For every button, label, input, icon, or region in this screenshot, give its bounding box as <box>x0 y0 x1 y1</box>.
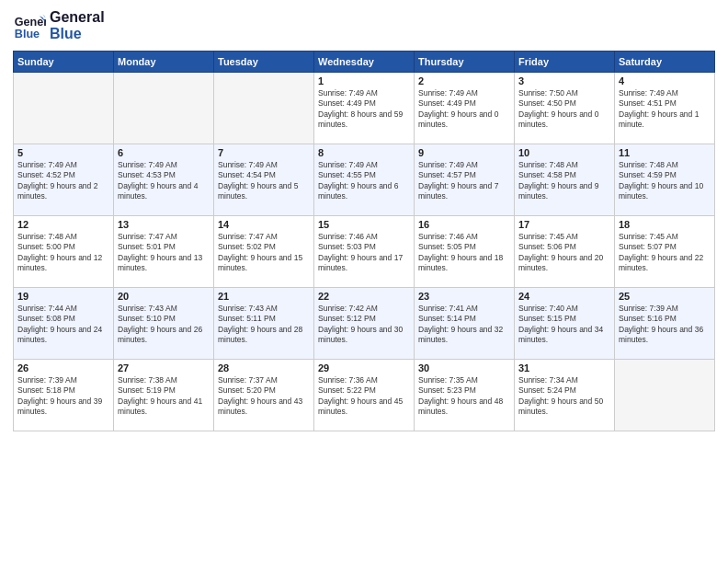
day-number: 5 <box>17 147 109 158</box>
calendar-cell: 15Sunrise: 7:46 AMSunset: 5:03 PMDayligh… <box>314 215 415 287</box>
col-header-sunday: Sunday <box>14 51 114 72</box>
cell-info: Sunrise: 7:43 AMSunset: 5:10 PMDaylight:… <box>118 304 210 346</box>
day-number: 12 <box>17 219 109 230</box>
cell-info: Sunrise: 7:49 AMSunset: 4:54 PMDaylight:… <box>218 160 310 202</box>
calendar-cell: 27Sunrise: 7:38 AMSunset: 5:19 PMDayligh… <box>114 359 214 431</box>
day-number: 19 <box>17 291 109 302</box>
cell-info: Sunrise: 7:49 AMSunset: 4:49 PMDaylight:… <box>318 88 410 131</box>
day-number: 26 <box>17 362 109 373</box>
svg-text:Blue: Blue <box>15 28 40 40</box>
header: General Blue General Blue <box>13 9 715 43</box>
calendar-cell: 3Sunrise: 7:50 AMSunset: 4:50 PMDaylight… <box>515 72 615 144</box>
cell-info: Sunrise: 7:47 AMSunset: 5:02 PMDaylight:… <box>218 232 310 274</box>
day-number: 1 <box>318 75 410 86</box>
calendar-cell: 20Sunrise: 7:43 AMSunset: 5:10 PMDayligh… <box>114 287 214 359</box>
day-number: 9 <box>418 147 510 158</box>
calendar-week-row: 19Sunrise: 7:44 AMSunset: 5:08 PMDayligh… <box>14 287 715 359</box>
cell-info: Sunrise: 7:49 AMSunset: 4:52 PMDaylight:… <box>17 160 109 202</box>
day-number: 25 <box>619 291 711 302</box>
cell-info: Sunrise: 7:43 AMSunset: 5:11 PMDaylight:… <box>218 304 310 346</box>
cell-info: Sunrise: 7:40 AMSunset: 5:15 PMDaylight:… <box>518 304 610 346</box>
calendar-cell: 23Sunrise: 7:41 AMSunset: 5:14 PMDayligh… <box>415 287 515 359</box>
day-number: 8 <box>318 147 410 158</box>
calendar-cell: 9Sunrise: 7:49 AMSunset: 4:57 PMDaylight… <box>415 144 515 215</box>
day-number: 17 <box>518 219 610 230</box>
day-number: 7 <box>218 147 310 158</box>
calendar-cell: 16Sunrise: 7:46 AMSunset: 5:05 PMDayligh… <box>415 215 515 287</box>
calendar-cell: 11Sunrise: 7:48 AMSunset: 4:59 PMDayligh… <box>615 144 715 215</box>
cell-info: Sunrise: 7:48 AMSunset: 4:59 PMDaylight:… <box>619 160 711 202</box>
calendar-cell: 24Sunrise: 7:40 AMSunset: 5:15 PMDayligh… <box>515 287 615 359</box>
calendar-cell: 29Sunrise: 7:36 AMSunset: 5:22 PMDayligh… <box>314 359 415 431</box>
cell-info: Sunrise: 7:44 AMSunset: 5:08 PMDaylight:… <box>17 304 109 346</box>
cell-info: Sunrise: 7:48 AMSunset: 5:00 PMDaylight:… <box>17 232 109 274</box>
cell-info: Sunrise: 7:39 AMSunset: 5:18 PMDaylight:… <box>17 375 109 418</box>
cell-info: Sunrise: 7:49 AMSunset: 4:49 PMDaylight:… <box>418 88 510 131</box>
day-number: 20 <box>118 291 210 302</box>
calendar-cell: 19Sunrise: 7:44 AMSunset: 5:08 PMDayligh… <box>14 287 114 359</box>
day-number: 24 <box>518 291 610 302</box>
logo-icon: General Blue <box>13 9 46 42</box>
cell-info: Sunrise: 7:49 AMSunset: 4:51 PMDaylight:… <box>619 88 711 131</box>
day-number: 2 <box>418 75 510 86</box>
col-header-thursday: Thursday <box>415 51 515 72</box>
cell-info: Sunrise: 7:49 AMSunset: 4:53 PMDaylight:… <box>118 160 210 202</box>
calendar-week-row: 12Sunrise: 7:48 AMSunset: 5:00 PMDayligh… <box>14 215 715 287</box>
day-number: 29 <box>318 362 410 373</box>
calendar-week-row: 5Sunrise: 7:49 AMSunset: 4:52 PMDaylight… <box>14 144 715 215</box>
cell-info: Sunrise: 7:49 AMSunset: 4:57 PMDaylight:… <box>418 160 510 202</box>
logo-blue: Blue <box>50 26 105 42</box>
day-number: 18 <box>619 219 711 230</box>
day-number: 30 <box>418 362 510 373</box>
calendar-cell: 10Sunrise: 7:48 AMSunset: 4:58 PMDayligh… <box>515 144 615 215</box>
day-number: 16 <box>418 219 510 230</box>
day-number: 22 <box>318 291 410 302</box>
col-header-friday: Friday <box>515 51 615 72</box>
day-number: 27 <box>118 362 210 373</box>
day-number: 21 <box>218 291 310 302</box>
calendar-week-row: 1Sunrise: 7:49 AMSunset: 4:49 PMDaylight… <box>14 72 715 144</box>
cell-info: Sunrise: 7:47 AMSunset: 5:01 PMDaylight:… <box>118 232 210 274</box>
day-number: 13 <box>118 219 210 230</box>
day-number: 23 <box>418 291 510 302</box>
cell-info: Sunrise: 7:45 AMSunset: 5:06 PMDaylight:… <box>518 232 610 274</box>
calendar-cell: 21Sunrise: 7:43 AMSunset: 5:11 PMDayligh… <box>214 287 314 359</box>
calendar-cell: 2Sunrise: 7:49 AMSunset: 4:49 PMDaylight… <box>415 72 515 144</box>
col-header-saturday: Saturday <box>615 51 715 72</box>
calendar-cell: 18Sunrise: 7:45 AMSunset: 5:07 PMDayligh… <box>615 215 715 287</box>
day-number: 31 <box>518 362 610 373</box>
cell-info: Sunrise: 7:39 AMSunset: 5:16 PMDaylight:… <box>619 304 711 346</box>
cell-info: Sunrise: 7:49 AMSunset: 4:55 PMDaylight:… <box>318 160 410 202</box>
cell-info: Sunrise: 7:38 AMSunset: 5:19 PMDaylight:… <box>118 375 210 418</box>
day-number: 3 <box>518 75 610 86</box>
calendar-table: SundayMondayTuesdayWednesdayThursdayFrid… <box>13 51 715 431</box>
day-number: 10 <box>518 147 610 158</box>
cell-info: Sunrise: 7:48 AMSunset: 4:58 PMDaylight:… <box>518 160 610 202</box>
cell-info: Sunrise: 7:50 AMSunset: 4:50 PMDaylight:… <box>518 88 610 131</box>
calendar-cell: 13Sunrise: 7:47 AMSunset: 5:01 PMDayligh… <box>114 215 214 287</box>
day-number: 6 <box>118 147 210 158</box>
calendar-cell: 25Sunrise: 7:39 AMSunset: 5:16 PMDayligh… <box>615 287 715 359</box>
page: General Blue General Blue SundayMondayTu… <box>0 0 728 563</box>
col-header-monday: Monday <box>114 51 214 72</box>
day-number: 14 <box>218 219 310 230</box>
calendar-cell: 26Sunrise: 7:39 AMSunset: 5:18 PMDayligh… <box>14 359 114 431</box>
day-number: 4 <box>619 75 711 86</box>
calendar-cell: 17Sunrise: 7:45 AMSunset: 5:06 PMDayligh… <box>515 215 615 287</box>
calendar-cell <box>214 72 314 144</box>
cell-info: Sunrise: 7:37 AMSunset: 5:20 PMDaylight:… <box>218 375 310 418</box>
calendar-cell: 5Sunrise: 7:49 AMSunset: 4:52 PMDaylight… <box>14 144 114 215</box>
calendar-cell: 31Sunrise: 7:34 AMSunset: 5:24 PMDayligh… <box>515 359 615 431</box>
calendar-cell <box>114 72 214 144</box>
cell-info: Sunrise: 7:46 AMSunset: 5:05 PMDaylight:… <box>418 232 510 274</box>
cell-info: Sunrise: 7:34 AMSunset: 5:24 PMDaylight:… <box>518 375 610 418</box>
calendar-cell: 6Sunrise: 7:49 AMSunset: 4:53 PMDaylight… <box>114 144 214 215</box>
calendar-cell: 4Sunrise: 7:49 AMSunset: 4:51 PMDaylight… <box>615 72 715 144</box>
calendar-cell: 7Sunrise: 7:49 AMSunset: 4:54 PMDaylight… <box>214 144 314 215</box>
cell-info: Sunrise: 7:36 AMSunset: 5:22 PMDaylight:… <box>318 375 410 418</box>
calendar-week-row: 26Sunrise: 7:39 AMSunset: 5:18 PMDayligh… <box>14 359 715 431</box>
calendar-cell: 8Sunrise: 7:49 AMSunset: 4:55 PMDaylight… <box>314 144 415 215</box>
cell-info: Sunrise: 7:46 AMSunset: 5:03 PMDaylight:… <box>318 232 410 274</box>
calendar-cell: 12Sunrise: 7:48 AMSunset: 5:00 PMDayligh… <box>14 215 114 287</box>
calendar-cell: 28Sunrise: 7:37 AMSunset: 5:20 PMDayligh… <box>214 359 314 431</box>
